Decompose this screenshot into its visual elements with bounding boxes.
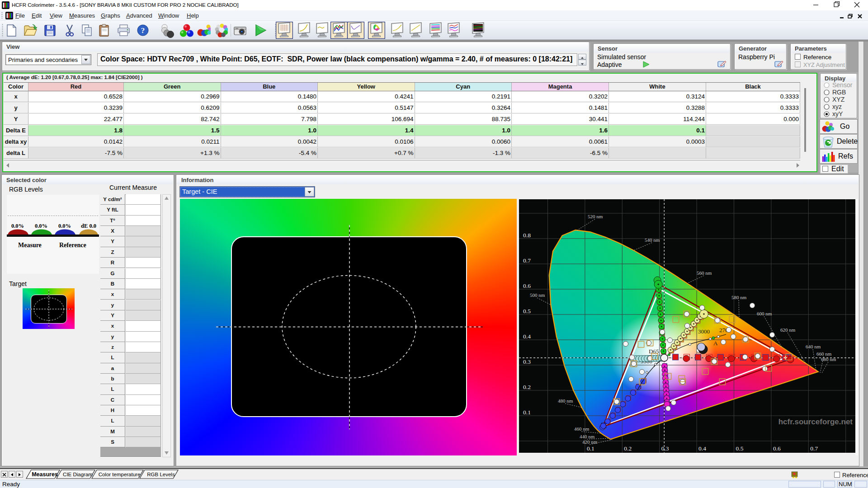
svg-text:440 nm: 440 nm [580, 434, 595, 439]
svg-text:0.6: 0.6 [523, 282, 531, 289]
svg-text:dE 0.0: dE 0.0 [81, 224, 96, 229]
svg-text:0.5: 0.5 [523, 308, 531, 314]
svg-text:420 nm: 420 nm [582, 439, 598, 445]
svg-text:?: ? [141, 26, 145, 35]
svg-text:0.4: 0.4 [523, 333, 531, 340]
svg-text:0.7: 0.7 [523, 257, 531, 264]
svg-text:Color temperature: Color temperature [99, 472, 141, 477]
svg-text:520 nm: 520 nm [588, 214, 603, 219]
svg-text:0.3: 0.3 [523, 358, 531, 365]
svg-text:0.8: 0.8 [523, 232, 531, 239]
svg-text:460 nm: 460 nm [574, 426, 590, 432]
svg-text:3000: 3000 [698, 328, 710, 335]
svg-text:0.4: 0.4 [698, 445, 706, 452]
svg-text:hcfr.sourceforge.net: hcfr.sourceforge.net [778, 418, 853, 426]
svg-text:640 nm: 640 nm [806, 344, 821, 349]
svg-text:0.0%: 0.0% [58, 224, 71, 229]
svg-text:0.3: 0.3 [661, 445, 669, 452]
svg-text:680 nm: 680 nm [821, 357, 836, 362]
svg-text:A: A [713, 340, 718, 347]
svg-text:620 nm: 620 nm [780, 327, 796, 333]
svg-text:580 nm: 580 nm [731, 295, 747, 300]
svg-text:RGB Levels: RGB Levels [147, 472, 175, 477]
svg-text:0.5: 0.5 [736, 445, 744, 452]
svg-text:0.0%: 0.0% [35, 224, 47, 229]
svg-text:600 nm: 600 nm [757, 311, 772, 316]
svg-text:0.2: 0.2 [624, 445, 632, 452]
svg-text:660 nm: 660 nm [816, 351, 832, 357]
svg-text:500 nm: 500 nm [530, 292, 545, 298]
svg-text:560 nm: 560 nm [697, 270, 712, 276]
svg-text:0.1: 0.1 [523, 409, 531, 416]
svg-text:0.1: 0.1 [587, 445, 594, 452]
svg-text:CIE Diagram: CIE Diagram [63, 472, 93, 477]
svg-text:0.0%: 0.0% [11, 224, 24, 229]
svg-text:480 nm: 480 nm [558, 398, 573, 404]
svg-text:Measures: Measures [32, 471, 58, 478]
svg-text:540 nm: 540 nm [645, 237, 660, 243]
svg-text:0.6: 0.6 [773, 445, 781, 452]
svg-text:0.7: 0.7 [810, 445, 818, 452]
svg-text:0.2: 0.2 [523, 384, 531, 390]
